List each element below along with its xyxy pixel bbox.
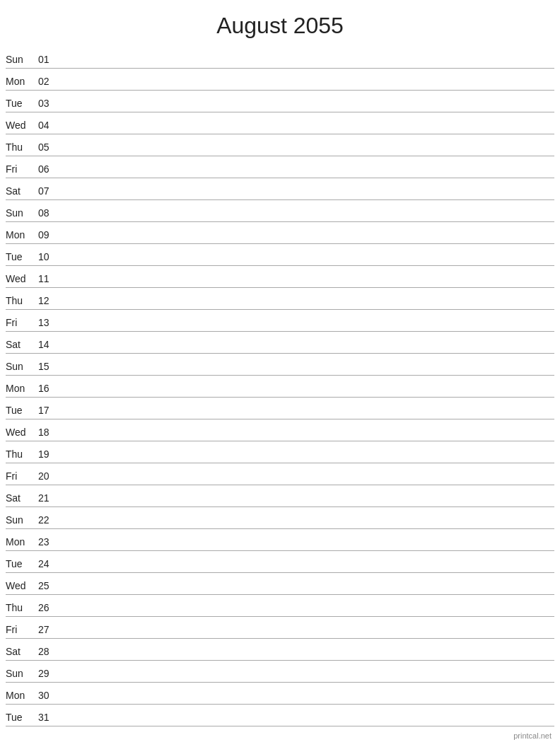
day-name: Mon — [6, 76, 38, 88]
day-number: 20 — [38, 470, 58, 483]
day-row: Sun29 — [6, 661, 554, 683]
day-number: 31 — [38, 712, 58, 724]
day-row: Thu12 — [6, 289, 554, 310]
day-line — [58, 132, 554, 132]
day-line — [58, 88, 554, 88]
day-name: Sun — [6, 361, 38, 374]
day-number: 03 — [38, 98, 58, 110]
day-line — [58, 658, 554, 659]
day-row: Wed11 — [6, 267, 554, 288]
day-line — [58, 241, 554, 242]
day-number: 02 — [38, 76, 58, 88]
day-row: Sat28 — [6, 639, 554, 661]
day-number: 16 — [38, 383, 58, 395]
day-line — [58, 219, 554, 220]
day-line — [58, 702, 554, 702]
day-name: Sun — [6, 207, 38, 220]
day-row: Fri27 — [6, 618, 554, 639]
day-row: Wed04 — [6, 113, 554, 134]
day-number: 08 — [38, 207, 58, 220]
day-row: Mon09 — [6, 223, 554, 244]
day-number: 07 — [38, 185, 58, 198]
day-row: Sun15 — [6, 354, 554, 376]
day-number: 01 — [38, 54, 58, 66]
day-row: Mon16 — [6, 376, 554, 398]
day-line — [58, 482, 554, 483]
day-number: 10 — [38, 251, 58, 264]
day-name: Wed — [6, 427, 38, 439]
day-name: Thu — [6, 602, 38, 615]
page-title: August 2055 — [0, 0, 560, 47]
day-name: Sat — [6, 339, 38, 352]
day-name: Tue — [6, 405, 38, 417]
day-name: Mon — [6, 690, 38, 702]
day-name: Fri — [6, 624, 38, 637]
day-number: 12 — [38, 295, 58, 308]
day-row: Sun01 — [6, 47, 554, 69]
day-number: 22 — [38, 514, 58, 527]
day-name: Wed — [6, 580, 38, 593]
day-name: Mon — [6, 229, 38, 242]
day-name: Fri — [6, 470, 38, 483]
day-name: Wed — [6, 273, 38, 286]
day-name: Sun — [6, 54, 38, 66]
day-number: 18 — [38, 427, 58, 439]
day-line — [58, 614, 554, 615]
day-line — [58, 417, 554, 417]
day-line — [58, 724, 554, 724]
day-number: 14 — [38, 339, 58, 352]
day-name: Sun — [6, 514, 38, 527]
day-line — [58, 307, 554, 308]
day-row: Tue17 — [6, 398, 554, 419]
day-name: Mon — [6, 383, 38, 395]
day-number: 29 — [38, 668, 58, 681]
day-row: Tue31 — [6, 705, 554, 726]
day-line — [58, 680, 554, 681]
day-line — [58, 285, 554, 286]
day-line — [58, 263, 554, 264]
day-line — [58, 373, 554, 374]
day-number: 26 — [38, 602, 58, 615]
day-line — [58, 175, 554, 176]
day-number: 19 — [38, 448, 58, 461]
day-row: Fri20 — [6, 464, 554, 485]
day-row: Tue10 — [6, 245, 554, 266]
day-number: 09 — [38, 229, 58, 242]
day-line — [58, 154, 554, 154]
day-name: Thu — [6, 295, 38, 308]
day-number: 15 — [38, 361, 58, 374]
day-number: 23 — [38, 536, 58, 549]
day-line — [58, 329, 554, 330]
day-row: Sun08 — [6, 201, 554, 222]
day-name: Sun — [6, 668, 38, 681]
day-number: 06 — [38, 163, 58, 176]
calendar-list: Sun01Mon02Tue03Wed04Thu05Fri06Sat07Sun08… — [0, 47, 560, 726]
day-row: Wed18 — [6, 420, 554, 441]
day-number: 24 — [38, 558, 58, 571]
day-number: 27 — [38, 624, 58, 637]
day-row: Sat21 — [6, 486, 554, 507]
day-row: Tue03 — [6, 91, 554, 112]
day-line — [58, 439, 554, 439]
day-row: Fri06 — [6, 157, 554, 178]
day-line — [58, 526, 554, 527]
day-number: 13 — [38, 317, 58, 330]
day-name: Tue — [6, 251, 38, 264]
day-name: Thu — [6, 141, 38, 154]
day-number: 28 — [38, 646, 58, 659]
day-line — [58, 197, 554, 198]
day-number: 25 — [38, 580, 58, 593]
day-row: Wed25 — [6, 574, 554, 595]
day-line — [58, 110, 554, 110]
day-name: Thu — [6, 448, 38, 461]
day-line — [58, 548, 554, 549]
day-row: Thu05 — [6, 135, 554, 156]
day-line — [58, 504, 554, 505]
day-row: Sun22 — [6, 508, 554, 529]
day-number: 04 — [38, 120, 58, 132]
day-name: Tue — [6, 558, 38, 571]
day-row: Mon30 — [6, 683, 554, 705]
day-row: Tue24 — [6, 552, 554, 573]
day-row: Sat07 — [6, 179, 554, 200]
day-name: Wed — [6, 120, 38, 132]
